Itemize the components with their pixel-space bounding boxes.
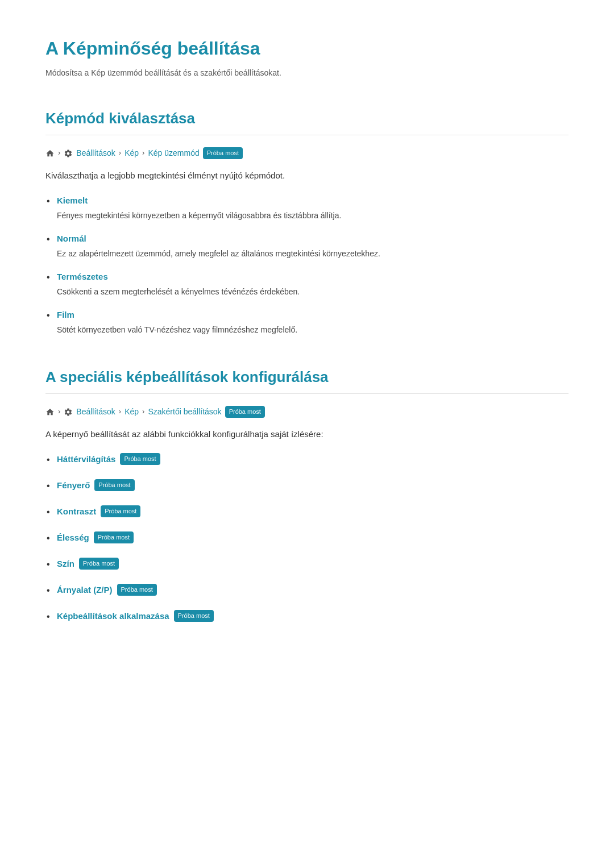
list-item-header: Természetes [57,270,569,284]
section1-title: Képmód kiválasztása [45,107,569,136]
badge-proba-most-2[interactable]: Próba most [225,406,265,418]
item-szin-title: Szín [57,557,74,571]
list-item-header: Háttérvilágítás Próba most [57,452,569,466]
item-normal-desc: Ez az alapértelmezett üzemmód, amely meg… [57,248,569,260]
item-termeszetes-title: Természetes [57,270,108,284]
breadcrumb-sep-2: › [119,147,121,159]
item-kiemelt-title: Kiemelt [57,194,88,207]
section-specialis: A speciális képbeállítások konfigurálása… [45,366,569,625]
item-normal-title: Normál [57,232,86,246]
breadcrumb-kep-uzemmod[interactable]: Kép üzemmód [148,147,199,159]
item-film-desc: Sötét környezetben való TV-nézéshez vagy… [57,324,569,336]
section1-list: Kiemelt Fényes megtekintési környezetben… [51,194,569,336]
page-subtitle: Módosítsa a Kép üzemmód beállítását és a… [45,67,569,79]
badge-szin[interactable]: Próba most [79,558,119,570]
list-item-header: Képbeállítások alkalmazása Próba most [57,609,569,623]
gear-icon-2 [64,405,73,418]
section2-description: A képernyő beállítását az alábbi funkció… [45,427,569,441]
item-termeszetes-desc: Csökkenti a szem megterhelését a kényelm… [57,286,569,298]
list-item-header: Kontraszt Próba most [57,505,569,518]
section-kepmod: Képmód kiválasztása › Beállítások › Kép … [45,107,569,336]
list-item: Természetes Csökkenti a szem megterhelés… [51,270,569,298]
badge-fenyero[interactable]: Próba most [94,479,134,492]
badge-kepbeallitasok[interactable]: Próba most [174,610,214,622]
list-item: Film Sötét környezetben való TV-nézéshez… [51,308,569,336]
item-hattervilagitas-title: Háttérvilágítás [57,452,115,466]
item-arnyalat-title: Árnyalat (Z/P) [57,583,113,597]
item-film-title: Film [57,308,74,322]
list-item-header: Szín Próba most [57,557,569,571]
item-kepbeallitasok-title: Képbeállítások alkalmazása [57,609,169,623]
page-title: A Képminőség beállítása [45,34,569,63]
section1-description: Kiválaszthatja a legjobb megtekintési él… [45,169,569,182]
breadcrumb-kep-1[interactable]: Kép [125,147,139,159]
item-kontraszt-title: Kontraszt [57,505,96,518]
list-item-header: Film [57,308,569,322]
list-item-header: Normál [57,232,569,246]
list-item: Kontraszt Próba most [51,505,569,521]
badge-arnyalat[interactable]: Próba most [117,584,157,596]
page-header: A Képminőség beállítása Módosítsa a Kép … [45,34,569,80]
list-item: Kiemelt Fényes megtekintési környezetben… [51,194,569,222]
breadcrumb-kep-2[interactable]: Kép [125,405,139,418]
breadcrumb-szakertoi[interactable]: Szakértői beállítások [148,405,221,418]
breadcrumb-sep-5: › [119,406,121,418]
breadcrumb-1: › Beállítások › Kép › Kép üzemmód Próba … [45,147,569,159]
list-item-header: Fényerő Próba most [57,479,569,492]
breadcrumb-beallitasok-2[interactable]: Beállítások [76,405,115,418]
list-item-header: Kiemelt [57,194,569,207]
badge-elesseg[interactable]: Próba most [94,531,134,544]
badge-kontraszt[interactable]: Próba most [101,505,140,518]
badge-hattervilagitas[interactable]: Próba most [120,453,160,466]
list-item: Fényerő Próba most [51,479,569,495]
list-item: Élesség Próba most [51,531,569,547]
breadcrumb-sep-4: › [58,406,60,418]
section2-title: A speciális képbeállítások konfigurálása [45,366,569,394]
list-item: Árnyalat (Z/P) Próba most [51,583,569,599]
gear-icon-1 [64,147,73,159]
list-item-header: Élesség Próba most [57,531,569,545]
item-elesseg-title: Élesség [57,531,89,545]
list-item-header: Árnyalat (Z/P) Próba most [57,583,569,597]
list-item: Képbeállítások alkalmazása Próba most [51,609,569,625]
breadcrumb-beallitasok-1[interactable]: Beállítások [76,147,115,159]
breadcrumb-sep-1: › [58,147,60,159]
badge-proba-most-1[interactable]: Próba most [203,147,243,160]
section2-list: Háttérvilágítás Próba most Fényerő Próba… [51,452,569,625]
home-icon [45,147,55,159]
breadcrumb-2: › Beállítások › Kép › Szakértői beállítá… [45,405,569,418]
item-fenyero-title: Fényerő [57,479,90,492]
list-item: Normál Ez az alapértelmezett üzemmód, am… [51,232,569,260]
breadcrumb-sep-6: › [142,406,144,418]
home-icon-2 [45,405,55,418]
breadcrumb-sep-3: › [142,147,144,159]
list-item: Szín Próba most [51,557,569,573]
item-kiemelt-desc: Fényes megtekintési környezetben a képer… [57,210,569,222]
list-item: Háttérvilágítás Próba most [51,452,569,468]
